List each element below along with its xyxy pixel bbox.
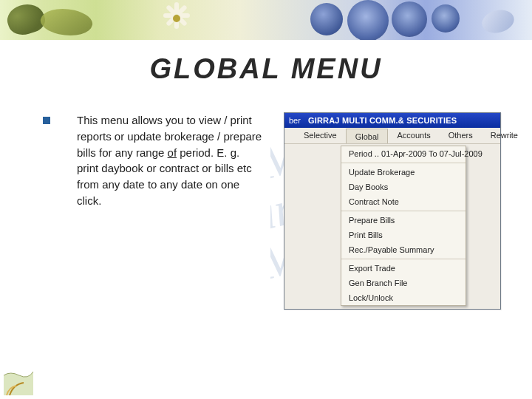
dropdown-day-books[interactable]: Day Books: [341, 180, 466, 194]
titlebar-left: ber: [289, 116, 301, 125]
menu-selective[interactable]: Selective: [295, 128, 346, 143]
bullet-icon: [43, 112, 56, 310]
dropdown-contract-note[interactable]: Contract Note: [341, 194, 466, 209]
menu-global[interactable]: Global: [346, 129, 389, 143]
page-curl-icon: [3, 365, 34, 396]
dropdown-print-bills[interactable]: Print Bills: [341, 228, 466, 242]
titlebar-appname: GIRRAJ MULTI COMM.& SECURITIES: [308, 116, 457, 125]
dropdown-update-brokerage[interactable]: Update Brokerage: [341, 165, 466, 180]
menu-rewrite[interactable]: Rewrite: [482, 128, 527, 143]
dropdown-gen-branch-file[interactable]: Gen Branch File: [341, 276, 466, 290]
decorative-banner: [0, 0, 532, 40]
menu-accounts[interactable]: Accounts: [388, 128, 439, 143]
dropdown-prepare-bills[interactable]: Prepare Bills: [341, 213, 466, 228]
menu-others[interactable]: Others: [440, 128, 482, 143]
global-dropdown: Period .. 01-Apr-2009 To 07-Jul-2009 Upd…: [341, 146, 466, 306]
window-titlebar: ber GIRRAJ MULTI COMM.& SECURITIES: [284, 113, 500, 128]
dropdown-rec-payable[interactable]: Rec./Payable Summary: [341, 242, 466, 257]
menubar: Selective Global Accounts Others Rewrite: [284, 128, 500, 144]
dropdown-period[interactable]: Period .. 01-Apr-2009 To 07-Jul-2009: [341, 146, 466, 161]
bullet-text: This menu allows you to view / print rep…: [77, 112, 263, 310]
slide-title: GLOBAL MENU: [0, 53, 532, 85]
dropdown-lock-unlock[interactable]: Lock/Unlock: [341, 290, 466, 305]
app-screenshot: ber GIRRAJ MULTI COMM.& SECURITIES Selec…: [284, 112, 501, 310]
dropdown-export-trade[interactable]: Export Trade: [341, 261, 466, 276]
